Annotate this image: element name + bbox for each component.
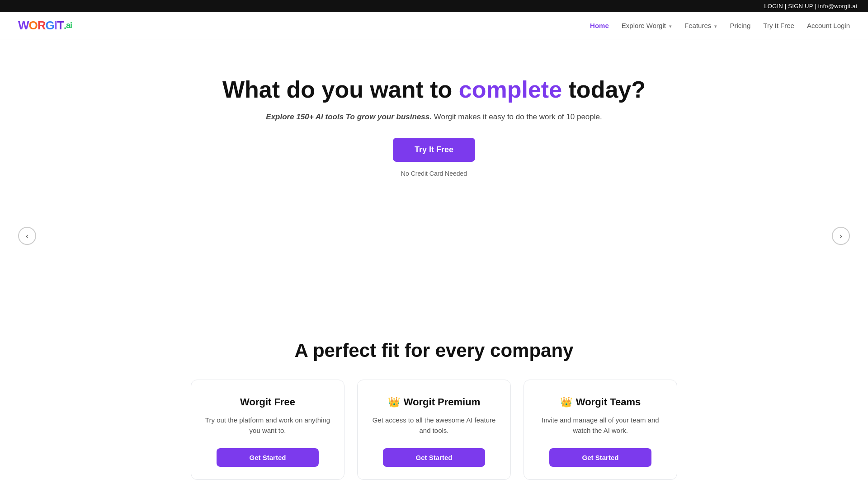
card-cta-free[interactable]: Get Started (217, 448, 319, 467)
pricing-cards: Worgit Free Try out the platform and wor… (18, 380, 850, 480)
nav-item-explore[interactable]: Explore Worgit ▾ (622, 22, 672, 30)
nav-links: Home Explore Worgit ▾ Features ▾ Pricing… (590, 22, 850, 30)
card-name-teams: Worgit Teams (576, 396, 641, 408)
logo-letter-t: T (57, 19, 64, 33)
hero-subtitle: Explore 150+ AI tools To grow your busin… (9, 113, 859, 122)
nav-link-try-free[interactable]: Try It Free (763, 22, 794, 29)
card-name-free: Worgit Free (240, 396, 295, 408)
pricing-section: A perfect fit for every company Worgit F… (0, 313, 868, 488)
pricing-card-teams: 👑 Worgit Teams Invite and manage all of … (524, 380, 677, 480)
nav-link-account-login[interactable]: Account Login (807, 22, 850, 29)
logo[interactable]: WORGIT.ai (18, 19, 72, 33)
try-it-free-button[interactable]: Try It Free (393, 138, 475, 162)
nav-link-home[interactable]: Home (590, 22, 609, 29)
logo-letter-w: W (18, 19, 29, 33)
nav-item-try-free[interactable]: Try It Free (763, 22, 794, 30)
card-desc-premium: Get access to all the awesome AI feature… (370, 415, 498, 436)
nav-item-home[interactable]: Home (590, 22, 609, 30)
card-cta-teams[interactable]: Get Started (549, 448, 651, 467)
nav-link-pricing[interactable]: Pricing (730, 22, 750, 29)
hero-heading-end: today? (562, 76, 646, 103)
card-title-teams: 👑 Worgit Teams (537, 396, 664, 408)
nav-item-account-login[interactable]: Account Login (807, 22, 850, 30)
topbar-text: LOGIN | SIGN UP | info@worgit.ai (764, 3, 857, 9)
logo-letter-o: O (29, 19, 38, 33)
nav-link-explore[interactable]: Explore Worgit ▾ (622, 22, 672, 29)
nav-item-pricing[interactable]: Pricing (730, 22, 750, 30)
nav-item-features[interactable]: Features ▾ (684, 22, 717, 30)
pricing-section-title: A perfect fit for every company (18, 340, 850, 361)
navbar: WORGIT.ai Home Explore Worgit ▾ Features… (0, 12, 868, 39)
logo-ai: ai (66, 21, 72, 30)
pricing-card-premium: 👑 Worgit Premium Get access to all the a… (357, 380, 511, 480)
hero-subtitle-bold: Explore 150+ AI tools To grow your busin… (266, 113, 432, 121)
crown-icon-teams: 👑 (560, 396, 572, 408)
crown-icon-premium: 👑 (388, 396, 400, 408)
pricing-card-free: Worgit Free Try out the platform and wor… (191, 380, 344, 480)
hero-subtitle-rest: Worgit makes it easy to do the work of 1… (432, 113, 602, 121)
card-title-premium: 👑 Worgit Premium (370, 396, 498, 408)
card-desc-teams: Invite and manage all of your team and w… (537, 415, 664, 436)
logo-letter-r: R (38, 19, 46, 33)
carousel-area: ‹ › (9, 186, 859, 286)
logo-letter-g: G (46, 19, 54, 33)
carousel-next-button[interactable]: › (832, 227, 850, 245)
card-cta-premium[interactable]: Get Started (383, 448, 485, 467)
no-credit-text: No Credit Card Needed (9, 170, 859, 177)
hero-cta-wrapper: Try It Free (9, 138, 859, 168)
hero-section: What do you want to complete today? Expl… (0, 39, 868, 313)
topbar: LOGIN | SIGN UP | info@worgit.ai (0, 0, 868, 12)
card-desc-free: Try out the platform and work on anythin… (204, 415, 331, 436)
hero-heading-highlight: complete (459, 76, 562, 103)
card-title-free: Worgit Free (204, 396, 331, 408)
chevron-down-icon: ▾ (714, 23, 717, 29)
nav-link-features[interactable]: Features ▾ (684, 22, 717, 29)
chevron-down-icon: ▾ (669, 23, 672, 29)
hero-heading-start: What do you want to (222, 76, 459, 103)
carousel-prev-button[interactable]: ‹ (18, 227, 36, 245)
chevron-right-icon: › (840, 231, 842, 241)
chevron-left-icon: ‹ (26, 231, 28, 241)
hero-heading: What do you want to complete today? (9, 75, 859, 103)
card-name-premium: Worgit Premium (404, 396, 481, 408)
